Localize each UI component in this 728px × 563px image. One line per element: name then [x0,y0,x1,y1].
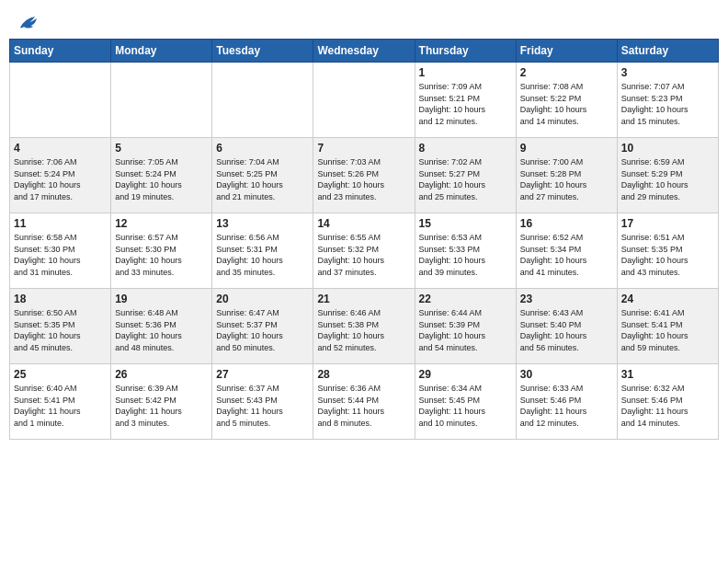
day-number: 15 [419,217,512,230]
calendar-cell: 22Sunrise: 6:44 AM Sunset: 5:39 PM Dayli… [415,289,516,364]
calendar-cell: 18Sunrise: 6:50 AM Sunset: 5:35 PM Dayli… [10,289,111,364]
calendar-cell [212,63,313,138]
day-number: 29 [419,368,512,381]
calendar-table: SundayMondayTuesdayWednesdayThursdayFrid… [9,39,719,440]
day-info: Sunrise: 6:41 AM Sunset: 5:41 PM Dayligh… [621,307,714,353]
day-number: 7 [317,142,410,155]
calendar-cell: 20Sunrise: 6:47 AM Sunset: 5:37 PM Dayli… [212,289,313,364]
day-number: 30 [520,368,613,381]
calendar-cell [10,63,111,138]
day-number: 20 [216,293,309,305]
day-info: Sunrise: 6:36 AM Sunset: 5:44 PM Dayligh… [317,383,410,429]
day-number: 9 [520,142,613,155]
day-number: 13 [216,217,309,230]
calendar-cell: 6Sunrise: 7:04 AM Sunset: 5:25 PM Daylig… [212,138,313,213]
day-info: Sunrise: 7:02 AM Sunset: 5:27 PM Dayligh… [419,156,512,202]
calendar-cell: 9Sunrise: 7:00 AM Sunset: 5:28 PM Daylig… [516,138,617,213]
day-info: Sunrise: 6:37 AM Sunset: 5:43 PM Dayligh… [216,383,309,429]
day-info: Sunrise: 6:51 AM Sunset: 5:35 PM Dayligh… [621,232,714,278]
day-number: 12 [115,217,208,230]
day-number: 22 [419,293,512,305]
calendar-cell: 28Sunrise: 6:36 AM Sunset: 5:44 PM Dayli… [313,364,415,440]
day-number: 2 [520,66,613,79]
calendar-cell: 15Sunrise: 6:53 AM Sunset: 5:33 PM Dayli… [415,213,516,289]
calendar-week-row: 1Sunrise: 7:09 AM Sunset: 5:21 PM Daylig… [10,63,719,138]
day-info: Sunrise: 7:08 AM Sunset: 5:22 PM Dayligh… [520,81,613,127]
day-info: Sunrise: 6:46 AM Sunset: 5:38 PM Dayligh… [317,307,410,353]
day-number: 23 [520,293,613,305]
header-thursday: Thursday [415,40,516,63]
calendar-cell: 14Sunrise: 6:55 AM Sunset: 5:32 PM Dayli… [313,213,415,289]
day-info: Sunrise: 6:50 AM Sunset: 5:35 PM Dayligh… [14,307,107,353]
day-info: Sunrise: 6:34 AM Sunset: 5:45 PM Dayligh… [419,383,512,429]
calendar-cell: 3Sunrise: 7:07 AM Sunset: 5:23 PM Daylig… [617,63,718,138]
day-number: 24 [621,293,714,305]
calendar-week-row: 25Sunrise: 6:40 AM Sunset: 5:41 PM Dayli… [10,364,719,440]
day-info: Sunrise: 7:04 AM Sunset: 5:25 PM Dayligh… [216,156,309,202]
calendar-cell: 4Sunrise: 7:06 AM Sunset: 5:24 PM Daylig… [10,138,111,213]
day-number: 18 [14,293,107,305]
calendar-cell: 26Sunrise: 6:39 AM Sunset: 5:42 PM Dayli… [111,364,212,440]
calendar-cell [313,63,415,138]
day-info: Sunrise: 6:44 AM Sunset: 5:39 PM Dayligh… [419,307,512,353]
day-info: Sunrise: 7:06 AM Sunset: 5:24 PM Dayligh… [14,156,107,202]
day-number: 26 [115,368,208,381]
calendar-cell: 30Sunrise: 6:33 AM Sunset: 5:46 PM Dayli… [516,364,617,440]
logo [9,9,39,31]
calendar-cell: 1Sunrise: 7:09 AM Sunset: 5:21 PM Daylig… [415,63,516,138]
day-number: 3 [621,66,714,79]
header-saturday: Saturday [617,40,718,63]
day-info: Sunrise: 6:40 AM Sunset: 5:41 PM Dayligh… [14,383,107,429]
header-friday: Friday [516,40,617,63]
calendar-cell: 25Sunrise: 6:40 AM Sunset: 5:41 PM Dayli… [10,364,111,440]
day-info: Sunrise: 6:47 AM Sunset: 5:37 PM Dayligh… [216,307,309,353]
calendar-cell: 27Sunrise: 6:37 AM Sunset: 5:43 PM Dayli… [212,364,313,440]
calendar-cell: 31Sunrise: 6:32 AM Sunset: 5:46 PM Dayli… [617,364,718,440]
calendar-cell: 8Sunrise: 7:02 AM Sunset: 5:27 PM Daylig… [415,138,516,213]
day-info: Sunrise: 6:56 AM Sunset: 5:31 PM Dayligh… [216,232,309,278]
header-sunday: Sunday [10,40,111,63]
calendar-cell: 23Sunrise: 6:43 AM Sunset: 5:40 PM Dayli… [516,289,617,364]
calendar-cell: 17Sunrise: 6:51 AM Sunset: 5:35 PM Dayli… [617,213,718,289]
calendar-cell: 16Sunrise: 6:52 AM Sunset: 5:34 PM Dayli… [516,213,617,289]
header-tuesday: Tuesday [212,40,313,63]
day-number: 6 [216,142,309,155]
calendar-header-row: SundayMondayTuesdayWednesdayThursdayFrid… [10,40,719,63]
day-number: 28 [317,368,410,381]
day-info: Sunrise: 6:32 AM Sunset: 5:46 PM Dayligh… [621,383,714,429]
day-info: Sunrise: 6:55 AM Sunset: 5:32 PM Dayligh… [317,232,410,278]
day-info: Sunrise: 7:00 AM Sunset: 5:28 PM Dayligh… [520,156,613,202]
day-number: 19 [115,293,208,305]
day-number: 16 [520,217,613,230]
header-monday: Monday [111,40,212,63]
calendar-cell: 10Sunrise: 6:59 AM Sunset: 5:29 PM Dayli… [617,138,718,213]
page-header [9,9,719,31]
calendar-cell: 19Sunrise: 6:48 AM Sunset: 5:36 PM Dayli… [111,289,212,364]
calendar-week-row: 18Sunrise: 6:50 AM Sunset: 5:35 PM Dayli… [10,289,719,364]
logo-bird-icon [11,15,39,35]
day-number: 14 [317,217,410,230]
calendar-cell: 2Sunrise: 7:08 AM Sunset: 5:22 PM Daylig… [516,63,617,138]
day-info: Sunrise: 7:07 AM Sunset: 5:23 PM Dayligh… [621,81,714,127]
day-info: Sunrise: 6:43 AM Sunset: 5:40 PM Dayligh… [520,307,613,353]
calendar-cell: 12Sunrise: 6:57 AM Sunset: 5:30 PM Dayli… [111,213,212,289]
calendar-week-row: 4Sunrise: 7:06 AM Sunset: 5:24 PM Daylig… [10,138,719,213]
calendar-cell: 24Sunrise: 6:41 AM Sunset: 5:41 PM Dayli… [617,289,718,364]
header-wednesday: Wednesday [313,40,415,63]
day-info: Sunrise: 6:48 AM Sunset: 5:36 PM Dayligh… [115,307,208,353]
day-number: 27 [216,368,309,381]
calendar-cell: 5Sunrise: 7:05 AM Sunset: 5:24 PM Daylig… [111,138,212,213]
day-info: Sunrise: 6:52 AM Sunset: 5:34 PM Dayligh… [520,232,613,278]
day-number: 31 [621,368,714,381]
day-info: Sunrise: 6:39 AM Sunset: 5:42 PM Dayligh… [115,383,208,429]
calendar-cell: 7Sunrise: 7:03 AM Sunset: 5:26 PM Daylig… [313,138,415,213]
day-number: 10 [621,142,714,155]
day-number: 5 [115,142,208,155]
day-number: 11 [14,217,107,230]
day-number: 21 [317,293,410,305]
calendar-week-row: 11Sunrise: 6:58 AM Sunset: 5:30 PM Dayli… [10,213,719,289]
day-info: Sunrise: 7:09 AM Sunset: 5:21 PM Dayligh… [419,81,512,127]
calendar-cell: 21Sunrise: 6:46 AM Sunset: 5:38 PM Dayli… [313,289,415,364]
day-info: Sunrise: 6:57 AM Sunset: 5:30 PM Dayligh… [115,232,208,278]
day-info: Sunrise: 6:58 AM Sunset: 5:30 PM Dayligh… [14,232,107,278]
